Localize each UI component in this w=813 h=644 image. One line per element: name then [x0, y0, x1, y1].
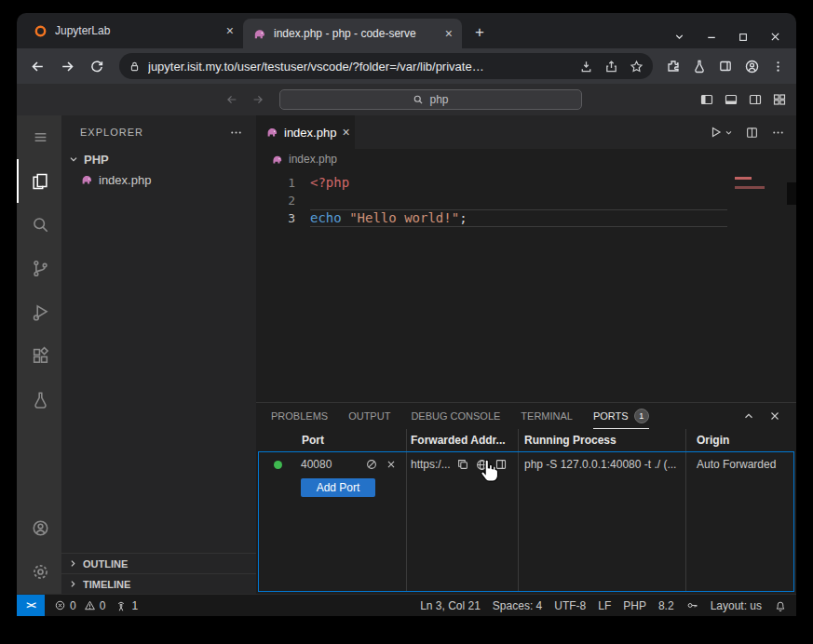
breadcrumb-item[interactable]: index.php — [289, 153, 337, 166]
file-row-indexphp[interactable]: index.php — [61, 169, 256, 190]
panel-tab-problems[interactable]: PROBLEMS — [271, 403, 328, 429]
section-label: TIMELINE — [83, 579, 130, 590]
editor-back-icon[interactable] — [225, 93, 238, 106]
timeline-section[interactable]: TIMELINE — [61, 573, 256, 594]
remote-indicator[interactable]: >< — [17, 595, 45, 617]
encoding-status[interactable]: UTF-8 — [554, 599, 586, 612]
code-line[interactable]: 3echo "Hello world!"; — [256, 209, 727, 227]
column-header-origin[interactable]: Origin — [685, 434, 796, 447]
language-mode-status[interactable]: PHP — [623, 599, 646, 612]
cursor-position-status[interactable]: Ln 3, Col 21 — [420, 599, 481, 612]
settings-gear-icon[interactable] — [17, 550, 61, 594]
line-number: 1 — [256, 174, 310, 192]
toggle-sidebar-right-icon[interactable] — [748, 92, 763, 107]
url-bar[interactable]: jupyter.isit.my.to/user/testuser/vscode/… — [119, 53, 653, 79]
code-line[interactable]: 1<?php — [256, 174, 727, 192]
column-header-port[interactable]: Port — [258, 434, 406, 447]
ports-table-header: Port Forwarded Addr... Running Process O… — [256, 429, 796, 451]
search-icon — [413, 94, 424, 105]
code-editor[interactable]: 1<?php23echo "Hello world!"; — [256, 169, 796, 402]
panel-tab-debug-console[interactable]: DEBUG CONSOLE — [411, 403, 500, 429]
scrollbar-mark[interactable] — [787, 182, 796, 205]
minimap-mark — [735, 177, 752, 180]
indentation-status[interactable]: Spaces: 4 — [493, 599, 542, 612]
add-port-button[interactable]: Add Port — [301, 478, 375, 497]
forward-button[interactable] — [54, 53, 80, 79]
editor-tab-close-icon[interactable]: × — [342, 126, 349, 139]
extensions-view-icon[interactable] — [17, 334, 61, 378]
menu-icon[interactable] — [17, 115, 61, 159]
port-row[interactable]: 40080 https:/... — [259, 452, 793, 476]
command-center-search[interactable]: php — [279, 89, 582, 110]
vscode-title-bar: php — [17, 84, 796, 115]
key-icon[interactable] — [686, 599, 698, 611]
panel-close-icon[interactable] — [768, 409, 781, 423]
extensions-puzzle-icon[interactable] — [666, 59, 681, 74]
editor-more-actions-icon[interactable] — [771, 126, 785, 140]
copy-address-icon[interactable] — [456, 458, 469, 472]
account-avatar-icon[interactable] — [744, 59, 760, 74]
outline-section[interactable]: OUTLINE — [61, 553, 256, 573]
window-maximize-button[interactable] — [738, 32, 749, 43]
browser-tab-codeserver[interactable]: index.php - php - code-serve × — [243, 19, 462, 48]
column-header-running-process[interactable]: Running Process — [518, 434, 685, 447]
source-control-icon[interactable] — [17, 247, 61, 290]
save-page-icon[interactable] — [579, 60, 593, 74]
column-header-forwarded-address[interactable]: Forwarded Addr... — [406, 434, 518, 447]
share-icon[interactable] — [604, 60, 618, 74]
explorer-icon[interactable] — [17, 159, 61, 203]
forwarded-ports-status[interactable]: 1 — [115, 599, 138, 612]
stop-forwarding-icon[interactable] — [365, 458, 378, 471]
browser-tab-bar: JupyterLab × index.php - php - code-serv… — [17, 13, 796, 48]
window-close-button[interactable] — [769, 31, 781, 43]
customize-layout-icon[interactable] — [772, 92, 787, 107]
ports-count-badge: 1 — [634, 409, 649, 423]
chevron-right-icon — [67, 578, 79, 590]
php-elephant-icon — [271, 154, 283, 166]
browser-tab-jupyterlab[interactable]: JupyterLab × — [24, 13, 243, 48]
explorer-more-actions-icon[interactable] — [229, 126, 243, 140]
side-panel-icon[interactable] — [718, 59, 733, 74]
back-button[interactable] — [24, 53, 50, 79]
window-minimize-button[interactable] — [706, 32, 717, 43]
url-text[interactable]: jupyter.isit.my.to/user/testuser/vscode/… — [148, 60, 572, 74]
lock-icon[interactable] — [129, 60, 141, 73]
panel-tab-terminal[interactable]: TERMINAL — [521, 403, 573, 429]
editor-forward-icon[interactable] — [251, 93, 264, 106]
accounts-icon[interactable] — [17, 506, 61, 550]
forwarded-address[interactable]: https:/... — [411, 458, 451, 471]
php-elephant-icon — [80, 173, 93, 186]
php-version-status[interactable]: 8.2 — [658, 599, 674, 612]
panel-tab-ports[interactable]: PORTS 1 — [593, 403, 649, 429]
panel-tab-output[interactable]: OUTPUT — [348, 403, 390, 429]
status-bar: >< 0 0 1 Ln 3, Col 21 Spaces: 4 UTF-8 LF… — [17, 594, 796, 616]
editor-tab-indexphp[interactable]: index.php × — [256, 115, 355, 149]
browser-menu-icon[interactable] — [771, 60, 785, 74]
new-tab-button[interactable]: + — [467, 20, 492, 45]
toggle-sidebar-left-icon[interactable] — [699, 92, 714, 107]
keyboard-layout-status[interactable]: Layout: us — [711, 599, 762, 612]
code-line[interactable]: 2 — [256, 192, 727, 209]
notifications-bell-icon[interactable] — [774, 599, 787, 612]
run-debug-icon[interactable] — [17, 290, 61, 334]
extension-flask-icon[interactable] — [692, 59, 707, 74]
panel-maximize-chevron-icon[interactable] — [742, 409, 755, 423]
problems-status[interactable]: 0 0 — [54, 599, 105, 612]
folder-row-php[interactable]: PHP — [61, 149, 256, 169]
chevron-down-icon — [67, 153, 80, 166]
run-file-button[interactable] — [708, 125, 733, 140]
reload-button[interactable] — [84, 53, 110, 79]
tab-close-icon[interactable]: × — [445, 27, 453, 40]
close-port-icon[interactable] — [385, 458, 398, 471]
minimap[interactable] — [733, 174, 787, 402]
tab-search-chevron-icon[interactable] — [673, 31, 685, 43]
ports-list: 40080 https:/... — [258, 451, 794, 592]
bookmark-star-icon[interactable] — [630, 60, 644, 74]
toggle-panel-icon[interactable] — [724, 92, 738, 107]
eol-status[interactable]: LF — [598, 599, 611, 612]
breadcrumb[interactable]: index.php — [256, 149, 796, 169]
tab-close-icon[interactable]: × — [226, 24, 234, 37]
search-view-icon[interactable] — [17, 203, 61, 247]
testing-view-icon[interactable] — [17, 378, 61, 422]
split-editor-icon[interactable] — [745, 126, 759, 140]
